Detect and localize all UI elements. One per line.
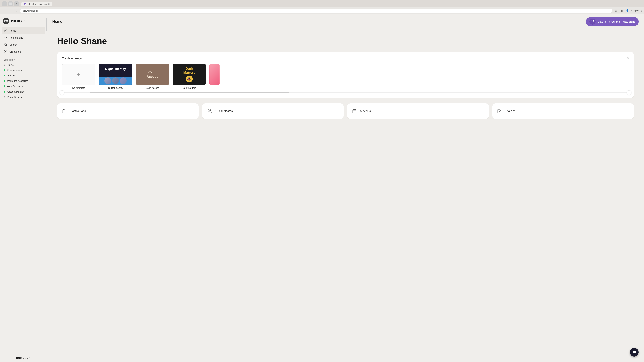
new-tab-button[interactable]: + (52, 2, 57, 6)
job-item-trainer[interactable]: Trainer (2, 62, 45, 67)
template-label: Dark Matters (172, 87, 206, 89)
digital-identity-thumb: Digital Identity (99, 63, 132, 85)
svg-line-1 (6, 45, 7, 46)
chevron-down-icon: ▾ (24, 20, 26, 22)
create-job-card: Create a new job ✕ + No template (57, 52, 634, 98)
svg-rect-2 (62, 110, 66, 113)
job-item-marketing-associate[interactable]: Marketing Associate (2, 78, 45, 84)
scroll-right-button[interactable]: › (627, 90, 632, 95)
tab-bar: M Moodjoy · Homerun ✕ + (20, 1, 58, 6)
stat-card-candidates[interactable]: 15 candidates (202, 103, 344, 119)
minimize-button[interactable]: — (2, 1, 7, 6)
jobs-section: Your jobs ▾ Trainer Content Writer Teach… (0, 56, 47, 100)
sidebar-item-create-job-label: Create job (10, 50, 21, 53)
home-icon (4, 29, 8, 32)
svg-rect-4 (353, 110, 356, 113)
job-item-web-developer[interactable]: Web Developer (2, 84, 45, 89)
scroll-thumb (90, 92, 289, 93)
job-status-dot (4, 75, 5, 76)
template-label: Calm Access (136, 87, 169, 89)
bell-icon (4, 36, 8, 39)
search-icon (4, 43, 8, 46)
bookmark-button[interactable]: ☆ (614, 8, 618, 13)
digital-identity-preview: Digital Identity (99, 64, 132, 85)
sidebar-item-create-job[interactable]: + Create job (2, 48, 45, 55)
app-layout: MM Moodjoy ▾ Home Notifications (0, 14, 644, 362)
svg-point-0 (4, 43, 6, 45)
close-create-job-button[interactable]: ✕ (627, 56, 630, 60)
checkbox-icon (496, 108, 502, 114)
stat-card-active-jobs[interactable]: 5 active jobs (57, 103, 199, 119)
job-item-content-writer[interactable]: Content Writer (2, 67, 45, 73)
reload-button[interactable]: ↻ (14, 8, 19, 13)
close-button[interactable]: ✕ (14, 1, 19, 6)
sidebar-nav: Home Notifications Search + Create job (0, 26, 47, 56)
address-bar: ← → ↻ app.homerun.co ☆ ▣ 👤 Incognito (2) (0, 7, 644, 14)
sidebar-item-search[interactable]: Search (2, 41, 45, 48)
template-digital-identity[interactable]: Digital Identity Digital Identity (99, 63, 132, 89)
candidates-text: 15 candidates (215, 109, 233, 113)
scrollbar-thumb (46, 17, 47, 31)
template-label: No template (62, 87, 96, 89)
scroll-left-button[interactable]: ‹ (60, 90, 64, 95)
calendar-icon (351, 108, 358, 114)
main: Home 15 Days left in your trial View pla… (47, 14, 644, 362)
trial-text: Days left in your trial (598, 20, 620, 23)
tab-title: Moodjoy · Homerun (28, 3, 47, 5)
plus-icon: + (77, 71, 80, 78)
active-jobs-text: 5 active jobs (70, 109, 86, 113)
homerun-logo: HOMERUN (3, 357, 44, 359)
job-item-teacher[interactable]: Teacher (2, 73, 45, 78)
todos-text: 7 to-dos (505, 109, 515, 113)
template-rac[interactable] (210, 63, 220, 89)
browser-chrome: — ⬜ ✕ M Moodjoy · Homerun ✕ + ← → ↻ app.… (0, 0, 644, 14)
template-no-template[interactable]: + No template (62, 63, 96, 89)
dark-matters-preview: DarkMatters 🎩 (173, 64, 206, 85)
chat-button[interactable] (630, 348, 639, 357)
create-job-title: Create a new job (62, 57, 629, 60)
main-content: Hello Shane Create a new job ✕ + No temp… (47, 29, 644, 362)
job-item-account-manager[interactable]: Account Manager (2, 89, 45, 94)
job-status-dot (4, 96, 5, 98)
sidebar-scrollbar[interactable] (46, 14, 47, 362)
job-name: Account Manager (7, 90, 26, 93)
no-template-thumb: + (62, 63, 96, 85)
sidebar: MM Moodjoy ▾ Home Notifications (0, 14, 47, 362)
sidebar-footer: HOMERUN (0, 354, 47, 362)
back-button[interactable]: ← (2, 8, 7, 13)
calm-access-text: CalmAccess (146, 70, 158, 79)
url-bar[interactable]: app.homerun.co (20, 8, 612, 13)
active-tab[interactable]: M Moodjoy · Homerun ✕ (22, 2, 52, 6)
view-plans-link[interactable]: View plans (622, 20, 635, 23)
incognito-button[interactable]: 👤 (625, 8, 630, 13)
sidebar-header[interactable]: MM Moodjoy ▾ (0, 14, 47, 26)
svg-point-3 (208, 109, 210, 111)
sidebar-item-notifications[interactable]: Notifications (2, 34, 45, 41)
job-item-visual-designer[interactable]: Visual Designer (2, 94, 45, 100)
dark-matters-thumb: DarkMatters 🎩 (172, 63, 206, 85)
template-dark-matters[interactable]: DarkMatters 🎩 Dark Matters (172, 63, 206, 89)
template-calm-access[interactable]: CalmAccess Calm Access (136, 63, 169, 89)
tab-close-button[interactable]: ✕ (48, 3, 50, 5)
your-jobs-label: Your jobs (4, 58, 14, 61)
stat-card-events[interactable]: 5 events (347, 103, 489, 119)
address-actions: ☆ ▣ 👤 Incognito (2) (614, 8, 642, 13)
sidebar-item-notifications-label: Notifications (10, 36, 23, 39)
sidebar-item-home-label: Home (10, 29, 16, 32)
sidebar-button[interactable]: ▣ (619, 8, 624, 13)
your-jobs-header[interactable]: Your jobs ▾ (2, 57, 45, 62)
templates-container: + No template Digital Identity (62, 63, 629, 93)
templates-row: + No template Digital Identity (62, 63, 629, 89)
company-name: Moodjoy (11, 19, 22, 22)
forward-button[interactable]: → (8, 8, 13, 13)
dark-matters-text: DarkMatters (183, 66, 195, 75)
digital-identity-text: Digital Identity (99, 67, 132, 71)
tab-favicon: M (24, 3, 26, 5)
plus-circle-icon: + (4, 50, 8, 53)
stat-card-todos[interactable]: 7 to-dos (492, 103, 634, 119)
job-status-dot (4, 80, 5, 82)
sidebar-item-home[interactable]: Home (2, 27, 45, 34)
window-controls: — ⬜ ✕ (2, 1, 19, 6)
maximize-button[interactable]: ⬜ (8, 1, 13, 6)
people-icon (206, 108, 212, 114)
